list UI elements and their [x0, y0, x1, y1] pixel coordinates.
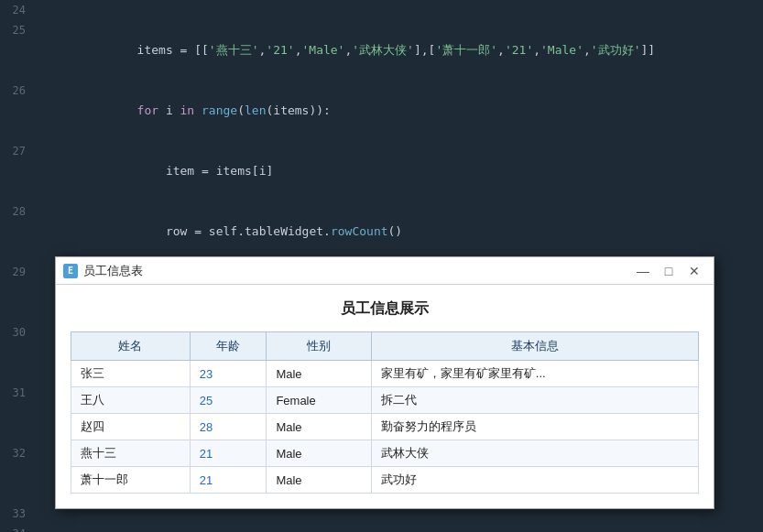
cell-age: 21 — [190, 467, 267, 494]
employee-table: 姓名 年龄 性别 基本信息 张三23Male家里有矿，家里有矿家里有矿...王八… — [71, 331, 699, 494]
line-number: 24 — [0, 0, 37, 20]
cell-name: 赵四 — [71, 414, 191, 440]
line-number: 26 — [0, 81, 37, 101]
line-number: 27 — [0, 141, 37, 161]
close-button[interactable]: ✕ — [682, 261, 706, 281]
table-row: 王八25Female拆二代 — [71, 387, 699, 414]
cell-name: 燕十三 — [71, 440, 191, 467]
dialog-heading: 员工信息展示 — [71, 299, 699, 319]
cell-gender: Male — [267, 361, 371, 387]
employee-dialog: E 员工信息表 — □ ✕ 员工信息展示 姓名 年龄 性别 基本信息 张三23M… — [55, 256, 714, 509]
cell-age: 21 — [190, 440, 267, 467]
code-line-27: 27 item = items[i] — [0, 141, 763, 201]
line-number: 25 — [0, 20, 37, 40]
code-line-34: 34 if __name__ == "__main__": — [0, 524, 763, 532]
line-number: 32 — [0, 443, 37, 463]
col-header-info: 基本信息 — [371, 332, 698, 361]
line-number: 34 — [0, 524, 37, 532]
dialog-title: 员工信息表 — [83, 263, 631, 279]
table-row: 萧十一郎21Male武功好 — [71, 467, 699, 494]
dialog-window-controls: — □ ✕ — [631, 261, 706, 281]
col-header-age: 年龄 — [190, 332, 267, 361]
code-line-24: 24 — [0, 0, 763, 20]
minimize-button[interactable]: — — [631, 261, 655, 281]
dialog-titlebar: E 员工信息表 — □ ✕ — [56, 257, 714, 285]
cell-age: 28 — [190, 414, 267, 440]
cell-name: 王八 — [71, 387, 191, 414]
cell-info: 武林大侠 — [371, 440, 698, 467]
cell-age: 25 — [190, 387, 267, 414]
cell-age: 23 — [190, 361, 267, 387]
line-number: 30 — [0, 322, 37, 342]
cell-info: 武功好 — [371, 467, 698, 494]
line-number: 28 — [0, 201, 37, 222]
table-row: 张三23Male家里有矿，家里有矿家里有矿... — [71, 361, 699, 387]
table-header-row: 姓名 年龄 性别 基本信息 — [71, 332, 699, 361]
cell-gender: Female — [267, 387, 371, 414]
code-line-26: 26 for i in range(len(items)): — [0, 81, 763, 141]
dialog-app-icon: E — [63, 264, 78, 278]
cell-info: 家里有矿，家里有矿家里有矿... — [371, 361, 698, 387]
cell-info: 勤奋努力的程序员 — [371, 414, 698, 440]
cell-name: 萧十一郎 — [71, 467, 191, 494]
dialog-body: 员工信息展示 姓名 年龄 性别 基本信息 张三23Male家里有矿，家里有矿家里… — [56, 285, 714, 508]
cell-gender: Male — [267, 414, 371, 440]
line-number: 29 — [0, 262, 37, 282]
col-header-gender: 性别 — [267, 332, 371, 361]
cell-name: 张三 — [71, 361, 191, 387]
line-number: 31 — [0, 383, 37, 403]
maximize-button[interactable]: □ — [657, 261, 681, 281]
cell-gender: Male — [267, 440, 371, 467]
table-row: 燕十三21Male武林大侠 — [71, 440, 699, 467]
table-row: 赵四28Male勤奋努力的程序员 — [71, 414, 699, 440]
cell-info: 拆二代 — [371, 387, 698, 414]
line-number: 33 — [0, 504, 37, 524]
code-line-28: 28 row = self.tableWidget.rowCount() — [0, 201, 763, 262]
cell-gender: Male — [267, 467, 371, 494]
col-header-name: 姓名 — [71, 332, 191, 361]
code-line-25: 25 items = [['燕十三','21','Male','武林大侠'],[… — [0, 20, 763, 81]
